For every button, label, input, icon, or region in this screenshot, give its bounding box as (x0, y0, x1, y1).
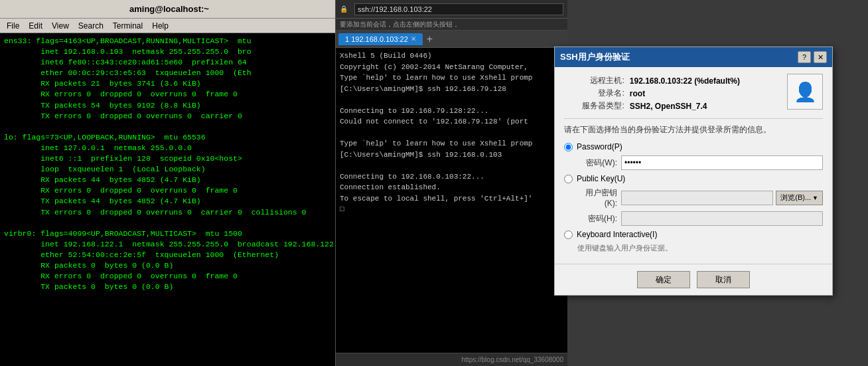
xshell-tab-active[interactable]: 1 192.168.0.103:22 ✕ (338, 33, 423, 45)
desktop: Trash aming@localhost:~ File Edit View S… (0, 0, 868, 366)
pubkey-radio[interactable] (564, 175, 573, 183)
service-type-label: 服务器类型: (565, 100, 628, 112)
password-field-label: 密码(W): (577, 157, 617, 169)
terminal-title: aming@localhost:~ (129, 4, 209, 14)
terminal-titlebar: aming@localhost:~ (0, 0, 338, 19)
xshell-address[interactable]: ssh://192.168.0.103:22 (354, 3, 563, 15)
ssh-dialog-help-button[interactable]: ? (798, 51, 811, 63)
ssh-info-block: 远程主机: 192.168.0.103:22 (%default%) 登录名: … (564, 74, 823, 113)
terminal-window: aming@localhost:~ File Edit View Search … (0, 0, 338, 366)
ssh-desc: 请在下面选择恰当的身份验证方法并提供登录所需的信息。 (564, 124, 823, 136)
xshell-window: 🔒 ssh://192.168.0.103:22 要添加当前会话，点击左侧的箭头… (335, 0, 567, 366)
ssh-pubkey-fields: 用户密钥(K): 浏览(B)... ▼ 密码(H): (577, 187, 823, 226)
ssh-userkey-row: 用户密钥(K): 浏览(B)... ▼ (577, 187, 823, 208)
xshell-hint-bar: 要添加当前会话，点击左侧的箭头按钮， (336, 19, 567, 31)
xshell-new-tab-button[interactable]: + (423, 33, 437, 45)
password-radio[interactable] (564, 143, 573, 151)
terminal-content[interactable]: ens33: flags=4163<UP,BROADCAST,RUNNING,M… (0, 33, 338, 366)
browse-button[interactable]: 浏览(B)... ▼ (776, 191, 823, 205)
ssh-dialog-title: SSH用户身份验证 (560, 51, 798, 63)
terminal-menubar: File Edit View Search Terminal Help (0, 19, 338, 33)
ssh-pubkey-radio-row: Public Key(U) (564, 174, 823, 183)
xshell-footer-link: https://blog.csdn.net/qq_33608000 (462, 356, 563, 363)
ssh-dialog-buttons: ? ✕ (798, 51, 827, 63)
menu-file[interactable]: File (3, 20, 23, 32)
key-password-input[interactable] (621, 211, 823, 226)
xshell-tab-label: 1 192.168.0.103:22 (345, 35, 408, 43)
keyboard-radio-label[interactable]: Keyboard Interactive(I) (577, 230, 657, 239)
service-type-value: SSH2, OpenSSH_7.4 (630, 100, 780, 112)
xshell-tab-close-icon[interactable]: ✕ (411, 35, 416, 43)
ssh-keyboard-radio-row: Keyboard Interactive(I) (564, 230, 823, 239)
ssh-dialog-footer: 确定 取消 (555, 264, 832, 295)
ssh-password-section: Password(P) 密码(W): (564, 142, 823, 170)
password-radio-label[interactable]: Password(P) (577, 142, 622, 151)
menu-help[interactable]: Help (148, 20, 173, 32)
login-name-value: root (630, 88, 780, 99)
cancel-button[interactable]: 取消 (697, 271, 750, 288)
ssh-divider-1 (564, 118, 823, 119)
ssh-password-radio-row: Password(P) (564, 142, 823, 151)
keyboard-desc: 使用键盘输入用户身份证据。 (577, 243, 823, 253)
ssh-password-field-row: 密码(W): (577, 155, 823, 170)
browse-button-label: 浏览(B)... (780, 193, 811, 203)
login-name-label: 登录名: (565, 88, 628, 99)
ssh-pubkey-section: Public Key(U) 用户密钥(K): 浏览(B)... ▼ 密码(H): (564, 174, 823, 226)
menu-view[interactable]: View (48, 20, 73, 32)
ssh-dialog-body: 远程主机: 192.168.0.103:22 (%default%) 登录名: … (555, 67, 832, 264)
remote-host-value: 192.168.0.103:22 (%default%) (630, 75, 780, 86)
menu-search[interactable]: Search (74, 20, 108, 32)
ssh-key-password-row: 密码(H): (577, 211, 823, 226)
user-key-input[interactable] (621, 191, 773, 205)
ssh-dialog-close-button[interactable]: ✕ (814, 51, 827, 63)
ssh-keyboard-section: Keyboard Interactive(I) 使用键盘输入用户身份证据。 (564, 230, 823, 253)
user-key-label: 用户密钥(K): (577, 187, 617, 208)
key-password-label: 密码(H): (577, 213, 617, 225)
remote-host-label: 远程主机: (565, 75, 628, 86)
browse-dropdown-icon[interactable]: ▼ (812, 195, 818, 201)
confirm-button[interactable]: 确定 (637, 271, 690, 288)
xshell-tab-bar: 1 192.168.0.103:22 ✕ + (336, 31, 567, 48)
password-input[interactable] (621, 155, 823, 170)
keyboard-radio[interactable] (564, 230, 573, 239)
menu-terminal[interactable]: Terminal (109, 20, 147, 32)
xshell-content[interactable]: Xshell 5 (Build 0446) Copyright (c) 2002… (336, 48, 567, 353)
xshell-lock-icon: 🔒 (340, 5, 348, 13)
xshell-footer: https://blog.csdn.net/qq_33608000 (336, 353, 567, 366)
ssh-auth-dialog: SSH用户身份验证 ? ✕ 远程主机: 192.168.0.103:22 (%d… (554, 46, 833, 296)
ssh-info-table: 远程主机: 192.168.0.103:22 (%default%) 登录名: … (564, 74, 782, 113)
ssh-dialog-titlebar: SSH用户身份验证 ? ✕ (555, 47, 832, 67)
menu-edit[interactable]: Edit (25, 20, 46, 32)
xshell-topbar: 🔒 ssh://192.168.0.103:22 (336, 0, 567, 19)
xshell-hint-text: 要添加当前会话，点击左侧的箭头按钮， (340, 21, 459, 28)
pubkey-radio-label[interactable]: Public Key(U) (577, 174, 625, 183)
ssh-avatar: 👤 (787, 74, 823, 110)
